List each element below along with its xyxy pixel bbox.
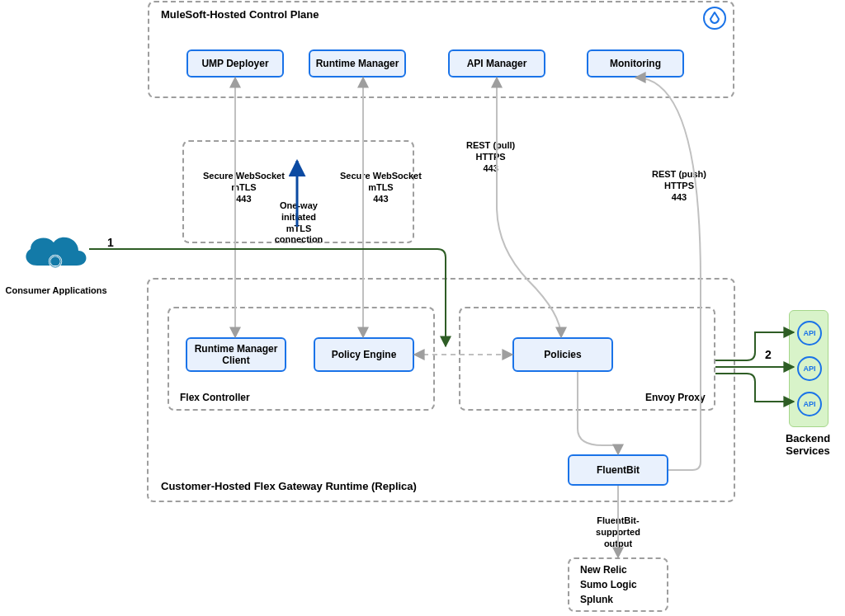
node-runtime-manager: Runtime Manager: [309, 49, 406, 78]
backend-label: Backend Services: [783, 432, 833, 457]
flow-number-1: 1: [107, 236, 114, 249]
node-fluentbit: FluentBit: [568, 454, 668, 486]
consumer-label: Consumer Applications: [2, 285, 110, 295]
svg-point-0: [704, 7, 725, 29]
api-icon-1: API: [797, 321, 822, 346]
node-monitoring: Monitoring: [587, 49, 684, 78]
node-api-manager: API Manager: [448, 49, 545, 78]
node-policies: Policies: [512, 337, 613, 372]
edge-label-ws-right: Secure WebSocket mTLS 443: [340, 171, 422, 205]
svg-point-2: [50, 256, 61, 267]
control-plane-label: MuleSoft-Hosted Control Plane: [161, 8, 319, 21]
flow-number-2: 2: [765, 348, 772, 361]
runtime-plane-label: Customer-Hosted Flex Gateway Runtime (Re…: [161, 480, 417, 492]
diagram-stage: MuleSoft-Hosted Control Plane UMP Deploy…: [0, 0, 845, 616]
node-ump-deployer: UMP Deployer: [186, 49, 284, 78]
sink-splunk: Splunk: [580, 594, 613, 605]
edge-label-rest-push: REST (push) HTTPS 443: [652, 169, 706, 203]
consumer-user-icon: [43, 254, 68, 287]
api-icon-3: API: [797, 392, 822, 416]
envoy-proxy-label: Envoy Proxy: [645, 392, 706, 403]
sink-sumo: Sumo Logic: [580, 579, 637, 590]
edge-label-rest-pull: REST (pull) HTTPS 443: [466, 140, 515, 174]
edge-label-fluent-out: FluentBit-supported output: [576, 515, 660, 549]
edge-label-oneway-mtls: One-way initiated mTLS connection: [266, 200, 332, 246]
mulesoft-logo-icon: [703, 7, 726, 33]
node-policy-engine: Policy Engine: [314, 337, 414, 372]
sink-newrelic: New Relic: [580, 564, 627, 576]
api-icon-2: API: [797, 356, 822, 381]
node-rtm-client: Runtime Manager Client: [186, 337, 286, 372]
flex-controller-label: Flex Controller: [180, 392, 250, 403]
